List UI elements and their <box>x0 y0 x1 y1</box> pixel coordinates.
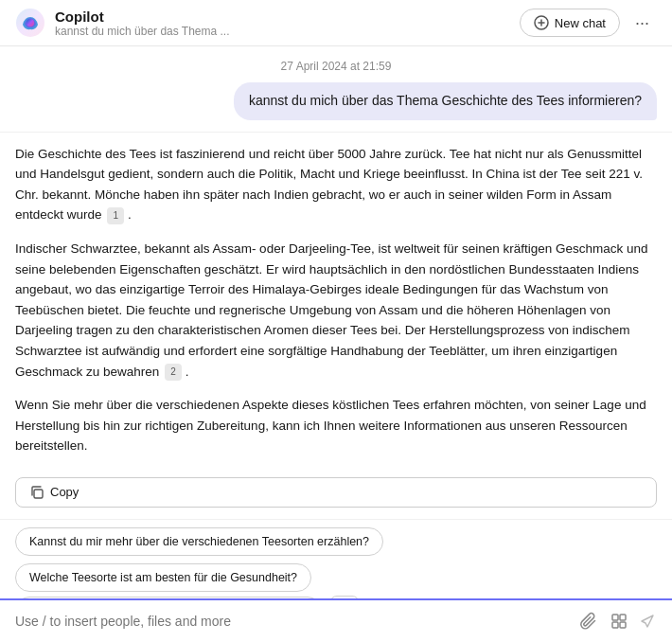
user-message-row: kannst du mich über das Thema Geschichte… <box>0 82 672 132</box>
chat-input[interactable] <box>15 614 570 629</box>
assistant-response: Die Geschichte des Tees ist faszinierend… <box>0 132 672 472</box>
grid-button[interactable] <box>608 610 630 633</box>
svg-rect-10 <box>612 622 618 628</box>
app-title: Copilot <box>55 9 230 25</box>
more-options-button[interactable]: ··· <box>628 9 657 37</box>
chat-area: 27 April 2024 at 21:59 kannst du mich üb… <box>0 46 672 598</box>
send-icon <box>638 612 657 631</box>
svg-rect-3 <box>34 490 43 498</box>
svg-rect-9 <box>620 615 626 620</box>
assistant-text-2: Indischer Schwarztee, bekannt als Assam-… <box>15 241 648 379</box>
copy-label: Copy <box>50 485 79 499</box>
user-bubble: kannst du mich über das Thema Geschichte… <box>234 82 657 120</box>
svg-rect-8 <box>612 615 618 620</box>
app-header: Copilot kannst du mich über das Thema ..… <box>0 0 672 46</box>
reference-badge-1[interactable]: 1 <box>107 207 124 224</box>
suggestion-chip-1-label: Kannst du mir mehr über die verschiedene… <box>29 535 369 548</box>
svg-point-1 <box>27 19 34 27</box>
send-button[interactable] <box>638 612 657 631</box>
suggestion-chip-2-label: Welche Teesorte ist am besten für die Ge… <box>29 571 297 584</box>
more-icon: ··· <box>635 13 649 32</box>
suggestions-row-1: Kannst du mir mehr über die verschiedene… <box>0 519 672 596</box>
assistant-paragraph-2: Indischer Schwarztee, bekannt als Assam-… <box>15 239 657 382</box>
copy-icon <box>29 485 44 500</box>
input-actions <box>577 610 657 633</box>
header-right: New chat ··· <box>520 9 657 37</box>
attach-button[interactable] <box>577 610 600 633</box>
app-subtitle: kannst du mich über das Thema ... <box>55 25 230 38</box>
reference-badge-2[interactable]: 2 <box>165 364 182 381</box>
paperclip-icon <box>579 612 598 631</box>
grid-icon <box>610 612 628 631</box>
header-title-group: Copilot kannst du mich über das Thema ..… <box>55 9 230 38</box>
assistant-paragraph-3: Wenn Sie mehr über die verschiedenen Asp… <box>15 395 657 456</box>
suggestion-chip-1[interactable]: Kannst du mir mehr über die verschiedene… <box>15 527 383 556</box>
assistant-text-3: Wenn Sie mehr über die verschiedenen Asp… <box>15 398 646 453</box>
copilot-logo-icon <box>15 8 45 38</box>
input-area <box>0 598 672 642</box>
copy-button[interactable]: Copy <box>15 477 657 508</box>
timestamp: 27 April 2024 at 21:59 <box>0 46 672 82</box>
plus-circle-icon <box>534 15 549 30</box>
new-chat-button[interactable]: New chat <box>520 9 620 37</box>
new-chat-label: New chat <box>555 16 606 30</box>
suggestion-chip-2[interactable]: Welche Teesorte ist am besten für die Ge… <box>15 563 311 592</box>
header-left: Copilot kannst du mich über das Thema ..… <box>15 8 230 38</box>
assistant-paragraph-1: Die Geschichte des Tees ist faszinierend… <box>15 144 657 225</box>
svg-rect-11 <box>620 622 626 628</box>
